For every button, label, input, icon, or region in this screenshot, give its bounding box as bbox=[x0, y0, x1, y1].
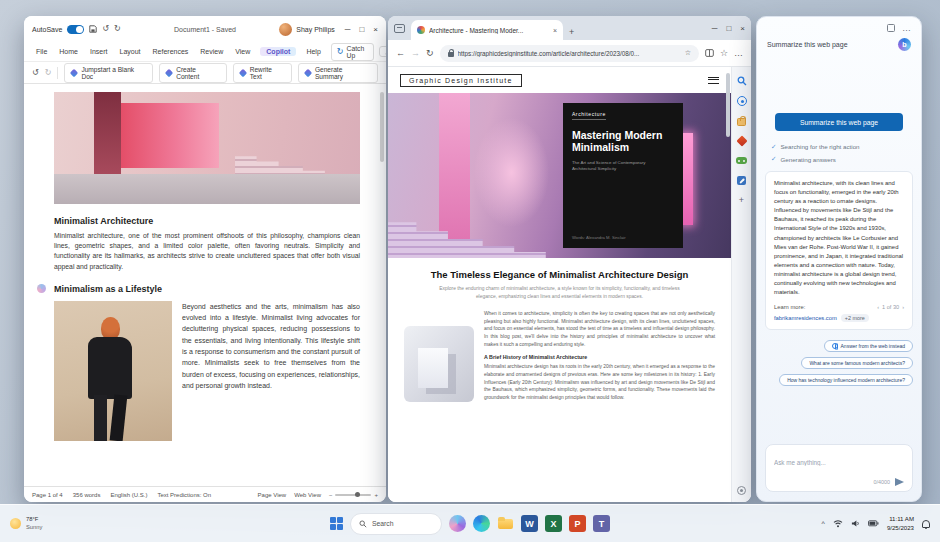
suggestion-chip-famous-architects[interactable]: What are some famous modern architects? bbox=[801, 357, 913, 369]
maximize-button[interactable]: □ bbox=[726, 24, 731, 33]
zoom-in-icon[interactable]: + bbox=[374, 492, 378, 498]
zoom-out-icon[interactable]: − bbox=[329, 492, 333, 498]
copilot-app-icon[interactable] bbox=[449, 515, 466, 532]
tab-references[interactable]: References bbox=[151, 47, 191, 56]
weather-widget[interactable]: 78°F Sunny bbox=[10, 516, 42, 531]
rewrite-text-button[interactable]: Rewrite Text bbox=[233, 63, 292, 83]
web-view-button[interactable]: Web View bbox=[294, 492, 321, 498]
more-sources-chip[interactable]: +2 more bbox=[841, 314, 869, 322]
citation-link[interactable]: fabrikamresidences.com bbox=[774, 315, 837, 321]
page-scrollbar[interactable] bbox=[726, 73, 730, 137]
volume-icon[interactable] bbox=[851, 519, 860, 528]
sidebar-add-icon[interactable]: + bbox=[736, 195, 747, 206]
zoom-knob[interactable] bbox=[355, 492, 360, 497]
teams-app-icon[interactable]: T bbox=[593, 515, 610, 532]
word-document-canvas[interactable]: Minimalist Architecture Minimalist archi… bbox=[24, 84, 386, 486]
tab-close-icon[interactable]: × bbox=[553, 27, 557, 34]
tab-help[interactable]: Help bbox=[304, 47, 322, 56]
close-button[interactable]: × bbox=[740, 24, 745, 33]
redo-button[interactable]: ↻ bbox=[114, 25, 121, 33]
image-shape bbox=[681, 133, 693, 225]
url-text[interactable]: https://graphicdesigninstitute.com/artic… bbox=[458, 50, 681, 57]
sidebar-games-icon[interactable] bbox=[736, 155, 747, 166]
webpage[interactable]: Graphic Design Institute Architecture Ma… bbox=[388, 67, 731, 502]
sidebar-tools-icon[interactable] bbox=[736, 175, 747, 186]
notification-bell-icon[interactable] bbox=[922, 520, 930, 528]
split-screen-icon[interactable] bbox=[705, 49, 714, 57]
generate-summary-button[interactable]: Generate Summary bbox=[298, 63, 378, 83]
status-predictions[interactable]: Text Predictions: On bbox=[157, 492, 211, 498]
undo-button[interactable]: ↺ bbox=[102, 25, 109, 33]
panel-menu-icon[interactable]: … bbox=[902, 26, 911, 31]
word-scrollbar[interactable] bbox=[380, 92, 384, 162]
forward-button[interactable]: → bbox=[411, 48, 420, 58]
autosave-toggle[interactable] bbox=[67, 25, 84, 34]
wifi-icon[interactable] bbox=[833, 519, 843, 528]
catch-up-button[interactable]: ↻ Catch Up bbox=[331, 43, 374, 61]
suggestion-chip-technology[interactable]: How has technology influenced modern arc… bbox=[779, 374, 913, 386]
tab-insert[interactable]: Insert bbox=[88, 47, 110, 56]
new-tab-button[interactable]: + bbox=[569, 27, 574, 37]
minimize-button[interactable]: ─ bbox=[712, 24, 718, 33]
hamburger-menu-icon[interactable] bbox=[708, 77, 719, 84]
tab-copilot[interactable]: Copilot bbox=[260, 47, 296, 56]
status-page[interactable]: Page 1 of 4 bbox=[32, 492, 63, 498]
tab-actions-icon[interactable] bbox=[394, 24, 405, 33]
tray-chevron-icon[interactable]: ^ bbox=[822, 520, 825, 527]
save-icon[interactable] bbox=[89, 25, 97, 33]
battery-icon[interactable] bbox=[868, 520, 879, 527]
maximize-button[interactable]: □ bbox=[359, 25, 364, 34]
page-view-button[interactable]: Page View bbox=[258, 492, 287, 498]
status-language[interactable]: English (U.S.) bbox=[110, 492, 147, 498]
refresh-button[interactable]: ↻ bbox=[426, 48, 434, 58]
favorites-star-icon[interactable]: ☆ bbox=[685, 49, 691, 57]
sidebar-search-icon[interactable] bbox=[736, 75, 747, 86]
summarize-button[interactable]: Summarize this web page bbox=[775, 113, 903, 131]
chat-input-box[interactable]: 0/4000 bbox=[765, 444, 913, 492]
tab-layout[interactable]: Layout bbox=[117, 47, 142, 56]
copilot-anchor-icon[interactable] bbox=[37, 284, 46, 293]
taskbar-search[interactable]: Search bbox=[350, 513, 442, 535]
powerpoint-app-icon[interactable]: P bbox=[569, 515, 586, 532]
start-button[interactable] bbox=[330, 517, 343, 530]
pager-prev-icon[interactable]: ‹ bbox=[877, 304, 879, 310]
zoom-slider[interactable]: − + bbox=[329, 492, 378, 498]
site-logo[interactable]: Graphic Design Institute bbox=[400, 74, 522, 87]
tab-view[interactable]: View bbox=[233, 47, 252, 56]
favorites-icon[interactable]: ☆ bbox=[720, 48, 728, 58]
document-title[interactable]: Document1 - Saved bbox=[174, 26, 236, 33]
redo-icon[interactable]: ↻ bbox=[45, 69, 52, 77]
sidebar-shopping-icon[interactable] bbox=[736, 115, 747, 126]
editing-dropdown[interactable]: Editing ∨ bbox=[379, 46, 386, 57]
sidebar-settings-icon[interactable] bbox=[736, 485, 747, 496]
jumpstart-button[interactable]: Jumpstart a Blank Doc bbox=[64, 63, 153, 83]
tab-file[interactable]: File bbox=[34, 47, 49, 56]
browser-menu-icon[interactable]: … bbox=[734, 48, 743, 58]
undo-icon[interactable]: ↺ bbox=[32, 69, 39, 77]
sidebar-discover-icon[interactable] bbox=[736, 95, 747, 106]
tray-clock[interactable]: 11:11 AM 9/25/2023 bbox=[887, 515, 914, 531]
sidebar-microsoft365-icon[interactable] bbox=[736, 135, 747, 146]
document-image-person bbox=[54, 301, 172, 441]
image-shape bbox=[110, 394, 128, 441]
close-button[interactable]: × bbox=[373, 25, 378, 34]
create-content-button[interactable]: Create Content bbox=[159, 63, 227, 83]
expand-icon[interactable] bbox=[887, 24, 895, 32]
image-shape bbox=[94, 92, 122, 175]
user-avatar[interactable] bbox=[279, 23, 292, 36]
tab-home[interactable]: Home bbox=[57, 47, 80, 56]
suggestion-chip-web-answer[interactable]: Answer from the web instead bbox=[824, 340, 913, 352]
address-bar[interactable]: https://graphicdesigninstitute.com/artic… bbox=[440, 45, 699, 62]
browser-tab[interactable]: Architecture - Mastering Moder... × bbox=[411, 20, 563, 40]
word-app-icon[interactable]: W bbox=[521, 515, 538, 532]
file-explorer-icon[interactable] bbox=[497, 515, 514, 532]
chat-input[interactable] bbox=[774, 459, 904, 466]
pager-next-icon[interactable]: › bbox=[902, 304, 904, 310]
edge-app-icon[interactable] bbox=[473, 515, 490, 532]
send-icon[interactable] bbox=[895, 478, 904, 486]
tab-review[interactable]: Review bbox=[198, 47, 225, 56]
minimize-button[interactable]: ─ bbox=[345, 25, 351, 34]
back-button[interactable]: ← bbox=[396, 48, 405, 58]
excel-app-icon[interactable]: X bbox=[545, 515, 562, 532]
status-wordcount[interactable]: 356 words bbox=[73, 492, 101, 498]
